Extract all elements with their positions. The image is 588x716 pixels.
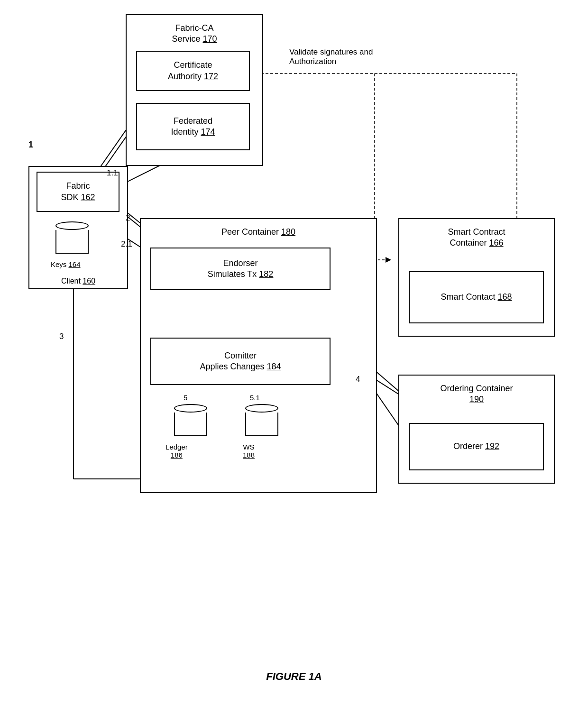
diagram: Fabric-CAService 170 CertificateAuthorit… [0, 0, 588, 688]
peer-container-box: Peer Container 180 EndorserSimulates Tx … [140, 218, 377, 493]
step5-label: 5 [184, 394, 187, 402]
federated-identity-label: FederatedIdentity 174 [167, 113, 219, 141]
ws-cylinder [245, 404, 278, 436]
comitter-label: ComitterApplies Changes 184 [196, 348, 285, 376]
smart-contract-title: Smart ContractContainer 166 [404, 224, 549, 252]
step4-label: 4 [356, 375, 360, 384]
ws-label: WS188 [243, 443, 255, 459]
figure-caption: FIGURE 1A [0, 670, 588, 683]
ledger-cylinder [174, 404, 207, 436]
ledger-label: Ledger186 [165, 443, 188, 459]
cert-authority-box: CertificateAuthority 172 [136, 51, 250, 91]
step2-label: 2 [126, 213, 130, 223]
fabric-ca-title: Fabric-CAService 170 [131, 20, 257, 48]
endorser-label: EndorserSimulates Tx 182 [204, 255, 277, 283]
comitter-box: ComitterApplies Changes 184 [150, 338, 331, 385]
cert-authority-label: CertificateAuthority 172 [164, 57, 222, 85]
peer-container-title: Peer Container 180 [146, 224, 371, 240]
svg-marker-17 [386, 257, 391, 263]
step1-1-label: 1.1 [107, 168, 118, 178]
step1-label: 1 [28, 140, 33, 150]
fabric-ca-box: Fabric-CAService 170 CertificateAuthorit… [126, 14, 263, 166]
client-box: FabricSDK 162 Keys 164 Client 160 [28, 166, 128, 289]
step3-label: 3 [59, 332, 64, 341]
endorser-box: EndorserSimulates Tx 182 [150, 248, 331, 290]
federated-identity-box: FederatedIdentity 174 [136, 103, 250, 150]
step5-1-label: 5.1 [250, 394, 260, 402]
smart-contract-box: Smart ContractContainer 166 Smart Contac… [398, 218, 555, 337]
ordering-title: Ordering Container190 [404, 380, 549, 408]
smart-contact-box: Smart Contact 168 [409, 271, 544, 323]
validate-label: Validate signatures andAuthorization [289, 47, 469, 66]
keys-label: Keys 164 [51, 260, 81, 268]
keys-cylinder [55, 221, 89, 254]
orderer-label: Orderer 192 [450, 438, 503, 455]
ordering-container-box: Ordering Container190 Orderer 192 [398, 375, 555, 484]
client-label: Client 160 [29, 277, 127, 285]
smart-contact-label: Smart Contact 168 [437, 289, 515, 305]
orderer-box: Orderer 192 [409, 423, 544, 470]
step2-1-label: 2.1 [121, 239, 132, 249]
fabric-sdk-label: FabricSDK 162 [57, 178, 99, 206]
